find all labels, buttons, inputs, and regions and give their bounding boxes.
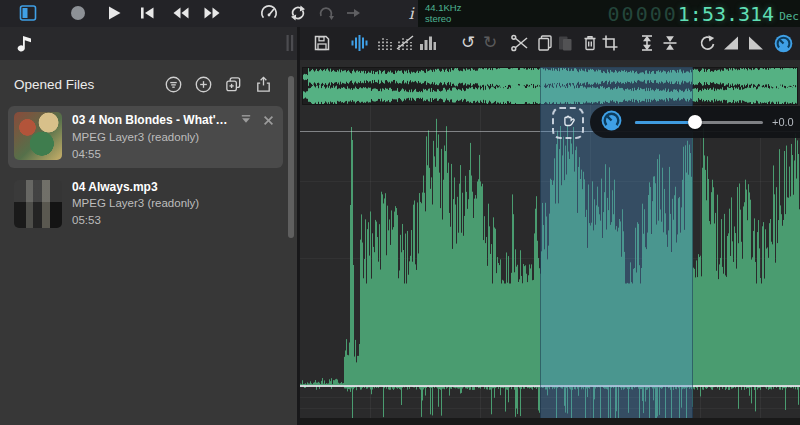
filter-button[interactable] bbox=[164, 75, 183, 94]
play-icon bbox=[105, 4, 123, 22]
waveform-view-icon bbox=[349, 33, 369, 53]
gain-value-label: +0.0 bbox=[772, 116, 794, 128]
sample-rate-value: 44.1KHz bbox=[425, 2, 461, 13]
save-icon bbox=[312, 33, 332, 53]
audio-editor-window: i 44.1KHz stereo 00000 1:53.314 Dec bbox=[0, 0, 800, 425]
sidebar-tabstrip bbox=[0, 27, 297, 60]
channel-mode-value: stereo bbox=[425, 13, 461, 24]
cut-button[interactable] bbox=[509, 32, 531, 54]
delete-icon bbox=[580, 33, 600, 53]
reverse-icon bbox=[697, 33, 717, 53]
bars-view-button[interactable] bbox=[416, 32, 438, 54]
reverse-button[interactable] bbox=[696, 32, 718, 54]
album-art bbox=[14, 180, 62, 228]
selection-overlay-overview[interactable] bbox=[540, 67, 693, 105]
delete-button[interactable] bbox=[579, 32, 601, 54]
fade-out-icon bbox=[746, 33, 766, 53]
pan-tool-button[interactable] bbox=[552, 107, 584, 139]
volume-knob-button[interactable] bbox=[772, 32, 794, 54]
bars-view-icon bbox=[417, 33, 437, 53]
timeline-scrollbar-strip[interactable] bbox=[300, 418, 800, 425]
redo-icon: ↻ bbox=[483, 33, 497, 53]
save-button[interactable] bbox=[311, 32, 333, 54]
play-marker-icon bbox=[343, 3, 363, 23]
fade-in-icon bbox=[721, 33, 741, 53]
export-file-button[interactable] bbox=[254, 75, 273, 94]
file-title: 03 4 Non Blondes - What's Up¿… bbox=[72, 113, 232, 127]
save-file-button[interactable] bbox=[238, 112, 254, 128]
play-marker-button[interactable] bbox=[342, 2, 364, 24]
loop-icon bbox=[288, 3, 308, 23]
skip-start-button[interactable] bbox=[136, 2, 158, 24]
trim-button[interactable] bbox=[599, 32, 621, 54]
spectrogram-off-button[interactable] bbox=[394, 32, 416, 54]
copy-icon bbox=[535, 33, 555, 53]
loop-button[interactable] bbox=[287, 2, 309, 24]
panel-title: Opened Files bbox=[14, 77, 164, 92]
selection-region[interactable] bbox=[540, 105, 693, 418]
gain-slider[interactable] bbox=[635, 115, 763, 129]
album-art bbox=[14, 112, 62, 160]
copy-button[interactable] bbox=[534, 32, 556, 54]
pan-hand-icon bbox=[559, 112, 578, 135]
opened-files-header: Opened Files bbox=[0, 60, 297, 104]
duplicate-file-button[interactable] bbox=[224, 75, 243, 94]
gain-slider-thumb[interactable] bbox=[688, 115, 702, 129]
spectrogram-view-icon bbox=[375, 33, 395, 53]
loop-selection-button[interactable] bbox=[315, 2, 337, 24]
music-note-icon bbox=[11, 43, 37, 60]
fast-forward-button[interactable] bbox=[201, 2, 223, 24]
file-title: 04 Always.mp3 bbox=[72, 180, 232, 194]
time-display-panel: 44.1KHz stereo 00000 1:53.314 Dec bbox=[418, 0, 800, 27]
silence-button[interactable] bbox=[659, 32, 681, 54]
drag-handle-icon bbox=[285, 34, 295, 52]
close-file-button[interactable] bbox=[260, 112, 276, 128]
add-file-button[interactable] bbox=[194, 75, 213, 94]
playback-speed-icon bbox=[259, 3, 279, 23]
record-button[interactable] bbox=[67, 2, 89, 24]
transport-toolbar: i 44.1KHz stereo 00000 1:53.314 Dec bbox=[0, 0, 800, 27]
skip-start-icon bbox=[138, 4, 156, 22]
play-button[interactable] bbox=[103, 2, 125, 24]
gain-overlay: +0.0 bbox=[590, 106, 800, 138]
file-item[interactable]: 04 Always.mp3 MPEG Layer3 (readonly) 05:… bbox=[8, 174, 283, 234]
files-tab[interactable] bbox=[11, 31, 37, 61]
info-icon: i bbox=[408, 4, 413, 23]
fast-forward-icon bbox=[202, 4, 222, 22]
time-display[interactable]: 00000 1:53.314 Dec bbox=[608, 0, 800, 27]
normalize-button[interactable] bbox=[636, 32, 658, 54]
fade-in-button[interactable] bbox=[720, 32, 742, 54]
record-icon bbox=[69, 4, 87, 22]
sample-rate-label: 44.1KHz stereo bbox=[425, 2, 461, 24]
volume-knob-icon[interactable] bbox=[600, 109, 623, 136]
waveform-editor: +0.0 bbox=[300, 60, 800, 425]
redo-button[interactable]: ↻ bbox=[479, 32, 501, 54]
loop-selection-icon bbox=[316, 3, 336, 23]
playback-speed-button[interactable] bbox=[258, 2, 280, 24]
time-value: 1:53.314 bbox=[678, 2, 774, 26]
paste-icon bbox=[555, 33, 575, 53]
sidebar-scrollbar-thumb[interactable] bbox=[288, 76, 294, 238]
undo-icon: ↺ bbox=[461, 33, 475, 53]
gain-slider-fill bbox=[635, 121, 695, 124]
file-format: MPEG Layer3 (readonly) bbox=[72, 130, 277, 145]
fade-out-button[interactable] bbox=[745, 32, 767, 54]
file-format: MPEG Layer3 (readonly) bbox=[72, 196, 277, 211]
time-unit-label: Dec bbox=[779, 10, 799, 23]
opened-files-panel: Opened Files 03 4 Non Blondes - What's U… bbox=[0, 60, 297, 425]
spectrogram-view-button[interactable] bbox=[374, 32, 396, 54]
undo-button[interactable]: ↺ bbox=[457, 32, 479, 54]
file-item[interactable]: 03 4 Non Blondes - What's Up¿… MPEG Laye… bbox=[8, 106, 283, 168]
sidebar-toggle-icon bbox=[18, 3, 38, 23]
time-leading-zeros: 00000 bbox=[608, 2, 678, 26]
file-duration: 04:55 bbox=[72, 147, 277, 162]
normalize-icon bbox=[637, 33, 657, 53]
volume-knob-icon bbox=[773, 33, 794, 54]
rewind-button[interactable] bbox=[170, 2, 192, 24]
sidebar-toggle-button[interactable] bbox=[17, 2, 39, 24]
spectrogram-off-icon bbox=[395, 33, 415, 53]
paste-button[interactable] bbox=[554, 32, 576, 54]
file-duration: 05:53 bbox=[72, 213, 277, 228]
rewind-icon bbox=[171, 4, 191, 22]
waveform-view-button[interactable] bbox=[348, 32, 370, 54]
